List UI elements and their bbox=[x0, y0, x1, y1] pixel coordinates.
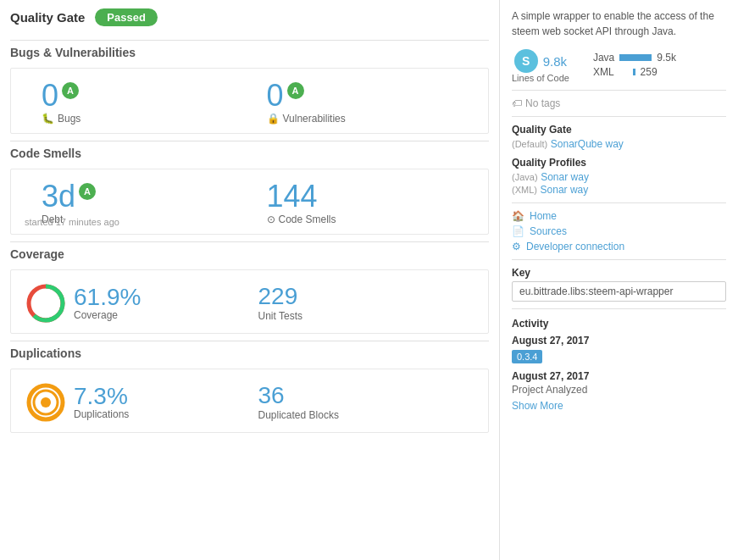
sources-icon: 📄 bbox=[512, 225, 524, 237]
svg-point-5 bbox=[41, 397, 51, 408]
quality-gate-label: Quality Gate bbox=[10, 10, 85, 25]
divider-2 bbox=[512, 116, 726, 117]
smells-icon: ⊙ bbox=[267, 213, 275, 225]
bugs-value: 0 bbox=[42, 80, 58, 111]
unit-tests-label: Unit Tests bbox=[258, 310, 475, 322]
duplicated-blocks-metric: 36 Duplicated Blocks bbox=[241, 384, 475, 421]
started-text: started 17 minutes ago bbox=[25, 217, 119, 227]
dup-blocks-value: 36 bbox=[258, 384, 285, 408]
bugs-value-row: 0 A bbox=[42, 80, 79, 111]
dup-blocks-value-row: 36 bbox=[258, 384, 475, 408]
version-badge: 0.3.4 bbox=[512, 350, 542, 363]
nav-home[interactable]: 🏠 Home bbox=[512, 210, 726, 222]
code-smells-section-header: Code Smells bbox=[10, 141, 489, 164]
qp-xml-row: (XML) Sonar way bbox=[512, 183, 726, 196]
activity-date-1: August 27, 2017 bbox=[512, 335, 726, 347]
unit-tests-metric: 229 Unit Tests bbox=[241, 285, 475, 322]
project-description: A simple wrapper to enable the access of… bbox=[512, 8, 726, 39]
duplications-circle-chart bbox=[25, 381, 67, 424]
dev-connection-link[interactable]: Developer connection bbox=[526, 241, 624, 252]
dup-blocks-label: Duplicated Blocks bbox=[258, 409, 475, 421]
coverage-circle-chart bbox=[25, 282, 67, 324]
coverage-value: 61.9% bbox=[74, 286, 141, 309]
qp-java-row: (Java) Sonar way bbox=[512, 170, 726, 183]
nav-sources[interactable]: 📄 Sources bbox=[512, 225, 726, 237]
activity-section: Activity August 27, 2017 0.3.4 August 27… bbox=[512, 318, 726, 412]
unit-tests-value-row: 229 bbox=[258, 285, 475, 308]
coverage-label: Coverage bbox=[74, 309, 141, 321]
show-more-link[interactable]: Show More bbox=[512, 400, 563, 412]
coverage-text-group: 61.9% Coverage bbox=[74, 286, 141, 321]
bugs-grade: A bbox=[62, 82, 79, 99]
vuln-grade: A bbox=[287, 82, 304, 99]
quality-gate-subtitle: (Default) bbox=[512, 139, 547, 149]
activity-title: Activity bbox=[512, 318, 726, 330]
nav-developer-connection[interactable]: ⚙ Developer connection bbox=[512, 241, 726, 252]
loc-label: Lines of Code bbox=[512, 73, 569, 83]
tag-icon: 🏷 bbox=[512, 97, 522, 109]
right-panel: A simple wrapper to enable the access of… bbox=[500, 0, 738, 560]
activity-text: Project Analyzed bbox=[512, 384, 726, 396]
debt-value-row: 3d A bbox=[42, 181, 96, 212]
loc-block: S 9.8k Lines of Code bbox=[512, 49, 569, 83]
smells-label: ⊙ Code Smells bbox=[267, 213, 336, 225]
dev-connection-icon: ⚙ bbox=[512, 241, 521, 252]
vulnerabilities-metric: 0 A 🔒 Vulnerabilities bbox=[250, 80, 475, 125]
lang-stats: Java 9.5k XML 259 bbox=[593, 52, 676, 80]
home-link[interactable]: Home bbox=[530, 210, 557, 222]
smells-metric: 144 ⊙ Code Smells bbox=[250, 181, 475, 225]
vuln-value-row: 0 A bbox=[267, 80, 304, 111]
quality-profiles-info: Quality Profiles (Java) Sonar way (XML) … bbox=[512, 157, 726, 196]
sources-link[interactable]: Sources bbox=[530, 225, 567, 237]
activity-date-2: August 27, 2017 bbox=[512, 370, 726, 382]
qp-java-prefix: (Java) bbox=[512, 172, 538, 182]
left-panel: Quality Gate Passed Bugs & Vulnerabiliti… bbox=[0, 0, 500, 560]
smells-value: 144 bbox=[267, 181, 318, 212]
debt-grade: A bbox=[79, 183, 96, 200]
debt-value: 3d bbox=[42, 181, 75, 212]
qp-xml-prefix: (XML) bbox=[512, 185, 537, 195]
bugs-metric: 0 A 🐛 Bugs bbox=[25, 80, 250, 125]
no-tags-label: No tags bbox=[525, 97, 560, 109]
xml-lang-row: XML 259 bbox=[593, 66, 676, 78]
divider-1 bbox=[512, 90, 726, 91]
java-lang-row: Java 9.5k bbox=[593, 52, 676, 64]
bugs-icon: 🐛 bbox=[42, 113, 54, 125]
divider-4 bbox=[512, 259, 726, 260]
java-lang-value: 9.5k bbox=[657, 52, 676, 64]
xml-lang-bar bbox=[633, 69, 635, 75]
qp-xml-link[interactable]: Sonar way bbox=[541, 184, 589, 196]
home-icon: 🏠 bbox=[512, 210, 524, 222]
key-section: Key eu.bittrade.libs:steem-api-wrapper bbox=[512, 267, 726, 302]
key-label: Key bbox=[512, 267, 726, 279]
coverage-card: 61.9% Coverage 229 Unit Tests bbox=[10, 269, 489, 334]
xml-lang-value: 259 bbox=[641, 66, 658, 78]
quality-gate-title: Quality Gate bbox=[512, 124, 726, 136]
quality-profiles-title: Quality Profiles bbox=[512, 157, 726, 169]
vuln-label: 🔒 Vulnerabilities bbox=[267, 113, 346, 125]
duplications-card: 7.3% Duplications 36 Duplicated Blocks bbox=[10, 369, 489, 433]
bugs-vulnerabilities-card: 0 A 🐛 Bugs 0 A 🔒 Vulnerabilities bbox=[10, 68, 489, 134]
quality-gate-detail: (Default) SonarQube way bbox=[512, 137, 726, 150]
passed-badge: Passed bbox=[95, 8, 158, 26]
quality-gate-link[interactable]: SonarQube way bbox=[551, 138, 624, 150]
vuln-icon: 🔒 bbox=[267, 113, 280, 125]
code-smells-card: 3d A Debt 144 ⊙ Code Smells started 17 m… bbox=[10, 169, 489, 235]
nav-links: 🏠 Home 📄 Sources ⚙ Developer connection bbox=[512, 210, 726, 252]
duplications-metric: 7.3% Duplications bbox=[25, 381, 241, 424]
smells-value-row: 144 bbox=[267, 181, 318, 212]
project-avatar: S bbox=[514, 49, 538, 73]
qp-java-link[interactable]: Sonar way bbox=[541, 171, 589, 183]
duplications-label: Duplications bbox=[74, 408, 129, 420]
java-lang-label: Java bbox=[593, 52, 614, 64]
loc-value: 9.8k bbox=[543, 54, 567, 69]
duplications-text-group: 7.3% Duplications bbox=[74, 385, 129, 420]
bugs-label: 🐛 Bugs bbox=[42, 113, 80, 125]
project-stats: S 9.8k Lines of Code Java 9.5k XML 259 bbox=[512, 49, 726, 83]
no-tags-row: 🏷 No tags bbox=[512, 97, 726, 109]
duplications-value: 7.3% bbox=[74, 385, 129, 408]
vuln-value: 0 bbox=[267, 80, 284, 111]
divider-5 bbox=[512, 308, 726, 309]
unit-tests-value: 229 bbox=[258, 285, 298, 308]
java-lang-bar bbox=[619, 54, 652, 61]
